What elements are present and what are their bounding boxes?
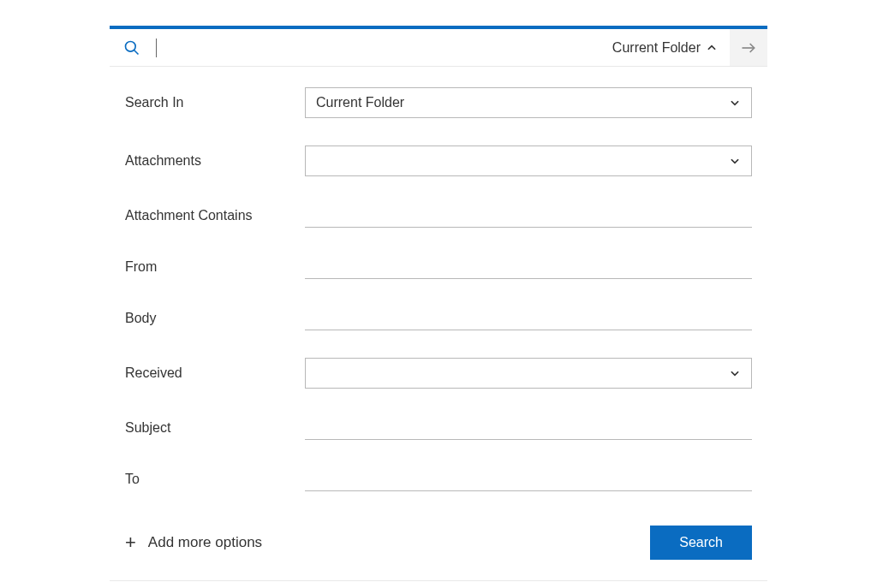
select-attachments[interactable] <box>305 146 752 176</box>
row-to: To <box>125 467 752 491</box>
label-attachments: Attachments <box>125 153 305 169</box>
input-to[interactable] <box>305 467 752 491</box>
search-input[interactable] <box>154 29 600 66</box>
label-search-in: Search In <box>125 95 305 110</box>
select-received[interactable] <box>305 358 752 389</box>
chevron-down-icon <box>729 155 741 167</box>
add-more-options-label: Add more options <box>148 534 262 551</box>
bottom-actions: + Add more options Search <box>110 519 767 581</box>
label-received: Received <box>125 365 305 381</box>
row-body: Body <box>125 306 752 330</box>
search-scope-toggle[interactable]: Current Folder <box>600 29 730 66</box>
row-attachment-contains: Attachment Contains <box>125 204 752 228</box>
chevron-up-icon <box>706 42 718 54</box>
search-go-button[interactable] <box>730 29 767 66</box>
label-to: To <box>125 472 305 487</box>
arrow-right-icon <box>740 39 757 56</box>
row-search-in: Search In Current Folder <box>125 87 752 118</box>
label-from: From <box>125 259 305 275</box>
advanced-search-panel: Current Folder Search In Current Folder <box>110 26 767 581</box>
input-body[interactable] <box>305 306 752 330</box>
search-icon[interactable] <box>110 39 154 56</box>
row-received: Received <box>125 358 752 389</box>
row-attachments: Attachments <box>125 146 752 176</box>
label-attachment-contains: Attachment Contains <box>125 208 305 223</box>
plus-icon: + <box>125 533 136 552</box>
row-subject: Subject <box>125 416 752 440</box>
search-bar: Current Folder <box>110 29 767 67</box>
input-attachment-contains[interactable] <box>305 204 752 228</box>
add-more-options-button[interactable]: + Add more options <box>125 533 262 552</box>
chevron-down-icon <box>729 97 741 109</box>
input-subject[interactable] <box>305 416 752 440</box>
text-cursor-icon <box>156 39 157 57</box>
input-from[interactable] <box>305 255 752 279</box>
row-from: From <box>125 255 752 279</box>
select-search-in-value: Current Folder <box>316 95 404 110</box>
search-scope-label: Current Folder <box>612 40 701 56</box>
svg-point-0 <box>126 41 136 51</box>
label-body: Body <box>125 311 305 326</box>
search-form: Search In Current Folder Attachments <box>110 67 767 491</box>
select-search-in[interactable]: Current Folder <box>305 87 752 118</box>
chevron-down-icon <box>729 367 741 379</box>
svg-line-1 <box>134 50 139 54</box>
search-button[interactable]: Search <box>650 526 752 560</box>
label-subject: Subject <box>125 420 305 436</box>
